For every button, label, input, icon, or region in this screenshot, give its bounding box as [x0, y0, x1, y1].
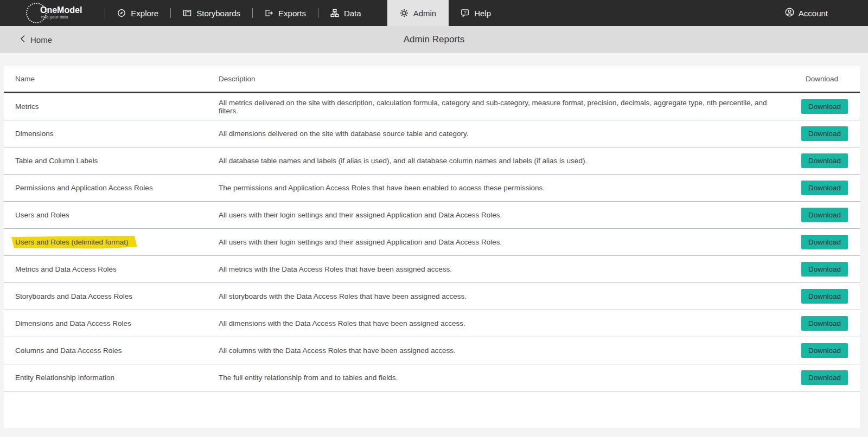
table-row: Users and Roles (delimited format) All u…	[4, 229, 860, 256]
report-name: Dimensions and Data Access Roles	[15, 319, 131, 327]
table-row: Metrics and Data Access Roles All metric…	[4, 256, 860, 283]
download-button[interactable]: Download	[801, 262, 848, 277]
report-description: All users with their login settings and …	[219, 211, 780, 219]
report-description: All metrics with the Data Access Roles t…	[219, 265, 780, 273]
nav-item-storyboards[interactable]: Storyboards	[171, 0, 252, 26]
table-header-row: Name Description Download	[4, 66, 860, 93]
page-title: Admin Reports	[0, 34, 868, 45]
download-button[interactable]: Download	[801, 316, 848, 331]
onemodel-logo-icon	[26, 3, 47, 23]
download-button[interactable]: Download	[801, 235, 848, 249]
column-header-name: Name	[4, 75, 219, 83]
download-button[interactable]: Download	[801, 181, 848, 195]
download-button[interactable]: Download	[801, 153, 848, 168]
download-button[interactable]: Download	[801, 99, 848, 114]
svg-text:?: ?	[464, 10, 467, 15]
report-table-body: Metrics All metrics delivered on the sit…	[4, 93, 860, 391]
table-row: Permissions and Application Access Roles…	[4, 175, 860, 202]
report-name: Entity Relationship Information	[15, 374, 114, 382]
table-row: Dimensions All dimensions delivered on t…	[4, 120, 860, 147]
report-name: Users and Roles (delimited format)	[11, 236, 137, 249]
gear-icon	[400, 9, 409, 17]
breadcrumb-home-label: Home	[30, 35, 52, 44]
explore-icon	[117, 9, 126, 17]
nav-item-label: Data	[344, 9, 361, 18]
page-header-bar: Home Admin Reports	[0, 26, 868, 53]
report-name: Storyboards and Data Access Roles	[15, 292, 132, 300]
main-content: Name Description Download Metrics All me…	[0, 53, 868, 437]
account-label: Account	[799, 9, 828, 18]
report-description: All users with their login settings and …	[219, 238, 780, 246]
storyboards-icon	[183, 9, 192, 17]
brand-logo[interactable]: OneModel free your data	[0, 0, 82, 26]
report-name: Users and Roles	[15, 211, 69, 219]
nav-item-explore[interactable]: Explore	[105, 0, 170, 26]
admin-reports-card: Name Description Download Metrics All me…	[4, 66, 860, 428]
report-description: All columns with the Data Access Roles t…	[219, 346, 780, 355]
report-description: All metrics delivered on the site with d…	[219, 99, 780, 115]
table-row: Users and Roles All users with their log…	[4, 202, 860, 229]
download-button[interactable]: Download	[801, 208, 848, 222]
nav-item-label: Explore	[131, 9, 158, 18]
download-button[interactable]: Download	[801, 343, 848, 358]
table-row: Columns and Data Access Roles All column…	[4, 337, 860, 364]
nav-item-label: Exports	[278, 9, 306, 18]
report-name: Table and Column Labels	[15, 157, 98, 165]
account-menu[interactable]: Account	[785, 0, 868, 26]
nav-item-label: Help	[474, 9, 491, 18]
table-row: Dimensions and Data Access Roles All dim…	[4, 310, 860, 337]
nav-item-exports[interactable]: Exports	[253, 0, 318, 26]
chevron-left-icon	[20, 35, 25, 44]
column-header-description: Description	[219, 75, 780, 83]
nav-item-admin[interactable]: Admin	[387, 0, 449, 26]
report-name: Permissions and Application Access Roles	[15, 184, 153, 192]
nav-item-label: Storyboards	[196, 9, 240, 18]
data-icon	[330, 9, 339, 17]
report-name: Dimensions	[15, 130, 54, 138]
report-name: Metrics and Data Access Roles	[15, 265, 117, 273]
table-row: Storyboards and Data Access Roles All st…	[4, 283, 860, 310]
report-description: All dimensions delivered on the site wit…	[219, 130, 780, 138]
download-button[interactable]: Download	[801, 289, 848, 304]
help-icon: ?	[461, 9, 469, 17]
brand-tagline: free your data	[40, 15, 82, 20]
report-name: Metrics	[15, 102, 39, 111]
report-description: All dimensions with the Data Access Role…	[219, 319, 780, 327]
report-name: Columns and Data Access Roles	[15, 346, 122, 355]
table-row: Entity Relationship Information The full…	[4, 364, 860, 391]
nav-item-data[interactable]: Data	[318, 0, 373, 26]
report-description: The full entity relationship from and to…	[219, 374, 780, 382]
breadcrumb-home-link[interactable]: Home	[20, 35, 52, 44]
report-description: All database table names and labels (if …	[219, 157, 780, 165]
report-description: The permissions and Application Access R…	[219, 184, 780, 192]
nav-item-label: Admin	[413, 9, 437, 18]
column-header-download: Download	[780, 75, 860, 83]
top-navigation-bar: OneModel free your data Explore Storyboa…	[0, 0, 868, 26]
nav-item-help[interactable]: ? Help	[449, 0, 503, 26]
table-row: Metrics All metrics delivered on the sit…	[4, 93, 860, 120]
report-description: All storyboards with the Data Access Rol…	[219, 292, 780, 300]
download-button[interactable]: Download	[801, 370, 848, 385]
exports-icon	[265, 9, 273, 17]
download-button[interactable]: Download	[801, 126, 848, 141]
table-row: Table and Column Labels All database tab…	[4, 147, 860, 175]
account-icon	[785, 8, 794, 18]
